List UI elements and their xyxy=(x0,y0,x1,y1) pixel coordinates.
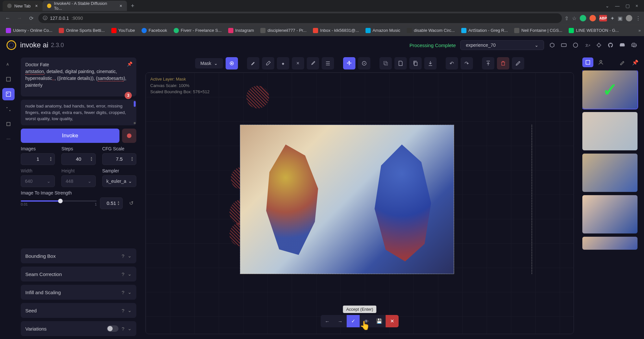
width-select[interactable]: 640⌄ xyxy=(21,175,55,187)
tab-txt2img[interactable]: A xyxy=(2,58,15,70)
canvas-generated-image[interactable] xyxy=(240,125,454,274)
new-tab-button[interactable]: + xyxy=(128,1,137,10)
palette-icon[interactable] xyxy=(572,42,579,49)
url-field[interactable]: ⓘ 127.0.0.1:9090 xyxy=(38,13,562,23)
github-icon[interactable] xyxy=(607,42,614,49)
gallery-user-tab[interactable] xyxy=(595,57,606,67)
share-icon[interactable]: ⇧ xyxy=(564,15,569,21)
bookmark-item[interactable]: LINE WEBTOON - G... xyxy=(566,27,621,34)
staging-discard-button[interactable]: ✕ xyxy=(386,315,399,327)
bookmark-item[interactable]: Inbox - klk56831@... xyxy=(310,27,361,34)
extension-icon[interactable] xyxy=(580,15,586,21)
clear-mask-button[interactable]: × xyxy=(292,57,304,69)
sidepanel-icon[interactable]: ▣ xyxy=(618,15,623,21)
bookmark-item[interactable]: Facebook xyxy=(139,27,170,34)
copy-button[interactable] xyxy=(409,57,422,69)
scrollbar-handle[interactable] xyxy=(134,122,136,124)
tab-nodes[interactable] xyxy=(2,103,15,115)
tab-postprocess[interactable] xyxy=(2,118,15,130)
cancel-button[interactable] xyxy=(122,129,136,143)
steps-input[interactable]: 40▲▼ xyxy=(61,153,95,165)
accordion-seam-correction[interactable]: Seam Correction?⌄ xyxy=(21,267,136,282)
extension-icon[interactable] xyxy=(589,15,596,21)
cfg-input[interactable]: 7.5▲▼ xyxy=(102,153,136,165)
scrollbar[interactable] xyxy=(134,101,136,107)
redo-button[interactable]: ↷ xyxy=(461,57,473,69)
bookmark-item[interactable]: Amazon Music xyxy=(363,27,403,34)
bounding-box-edge[interactable] xyxy=(532,125,532,274)
bookmark-item[interactable]: Fiverr - Freelance S... xyxy=(171,27,224,34)
staging-accept-button[interactable]: ✓ xyxy=(347,315,360,327)
browser-tab-invokeai[interactable]: InvokeAI - A Stable Diffusion To... × xyxy=(43,1,127,11)
eraser-tool[interactable] xyxy=(262,57,274,69)
gallery-thumbnail[interactable]: ✓ xyxy=(582,70,638,109)
bookmark-item[interactable]: Instagram xyxy=(226,27,257,34)
staging-save-button[interactable]: 💾 xyxy=(373,315,386,327)
maximize-icon[interactable]: ▢ xyxy=(625,3,630,8)
discord-icon[interactable] xyxy=(619,42,626,49)
fill-tool[interactable] xyxy=(277,57,289,69)
mask-tool-button[interactable] xyxy=(226,57,238,69)
negative-prompt-input[interactable]: nude bad anatomy, bad hands, text, error… xyxy=(21,100,136,125)
tab-training[interactable] xyxy=(2,133,15,145)
bookmark-item[interactable]: disable Wacom Circ... xyxy=(404,27,457,34)
extensions-icon[interactable]: ✦ xyxy=(610,15,614,21)
browser-tab-newtab[interactable]: New Tab × xyxy=(3,1,43,11)
upload-button[interactable] xyxy=(482,57,494,69)
profile-avatar[interactable] xyxy=(626,15,632,21)
bookmarks-overflow-icon[interactable]: » xyxy=(638,28,641,33)
staging-prev-button[interactable]: ← xyxy=(321,315,334,327)
close-icon[interactable]: × xyxy=(119,3,122,8)
keyboard-icon[interactable] xyxy=(560,42,567,49)
bug-icon[interactable] xyxy=(595,42,602,49)
reset-button[interactable]: ↺ xyxy=(126,198,136,208)
language-icon[interactable]: 文A xyxy=(584,42,591,49)
height-select[interactable]: 448⌄ xyxy=(61,175,95,187)
accordion-infill-scaling[interactable]: Infill and Scaling?⌄ xyxy=(21,285,136,300)
close-window-icon[interactable]: × xyxy=(636,3,638,8)
pin-icon[interactable]: 📌 xyxy=(127,61,132,68)
download-button[interactable] xyxy=(424,57,437,69)
star-icon[interactable]: ☆ xyxy=(572,15,576,21)
accordion-variations[interactable]: Variations?⌄ xyxy=(21,321,136,336)
model-select[interactable]: experience_70 ⌄ xyxy=(460,40,544,50)
reload-button[interactable]: ⟳ xyxy=(27,14,36,23)
menu-icon[interactable]: ⋮ xyxy=(636,15,641,21)
save-to-gallery-button[interactable] xyxy=(394,57,407,69)
gallery-thumbnail[interactable] xyxy=(582,112,638,150)
back-button[interactable]: ← xyxy=(3,14,12,23)
bookmark-item[interactable]: discipleneil777 - Pr... xyxy=(258,27,309,34)
tab-img2img[interactable] xyxy=(2,73,15,85)
chevron-down-icon[interactable]: ⌄ xyxy=(605,3,609,8)
accordion-seed[interactable]: Seed?⌄ xyxy=(21,303,136,318)
gallery-thumbnail[interactable] xyxy=(582,237,638,250)
gear-icon[interactable] xyxy=(630,42,638,49)
bookmark-item[interactable]: Online Sports Betti... xyxy=(56,27,107,34)
i2i-strength-slider[interactable] xyxy=(21,200,97,202)
gallery-settings-button[interactable] xyxy=(617,57,628,67)
gallery-results-tab[interactable] xyxy=(582,57,593,67)
staging-next-button[interactable]: → xyxy=(334,315,347,327)
merge-visible-button[interactable] xyxy=(379,57,392,69)
prompt-input[interactable]: 📌 Doctor Fate artstation, detailed, digi… xyxy=(21,57,136,96)
bookmark-item[interactable]: Udemy - Online Co... xyxy=(3,27,55,34)
i2i-strength-input[interactable]: 0.51▲▼ xyxy=(100,197,123,209)
color-picker-tool[interactable] xyxy=(307,57,319,69)
reset-view-button[interactable] xyxy=(358,57,370,69)
move-tool[interactable] xyxy=(343,57,355,69)
bookmark-item[interactable]: YouTube xyxy=(109,27,138,34)
bookmark-item[interactable]: Neil Fontaine | CGS... xyxy=(512,27,565,34)
cube-icon[interactable] xyxy=(549,42,556,49)
minimize-icon[interactable]: — xyxy=(615,3,620,8)
images-input[interactable]: 1▲▼ xyxy=(21,153,55,165)
gallery-thumbnail[interactable] xyxy=(582,154,638,192)
accordion-bounding-box[interactable]: Bounding Box?⌄ xyxy=(21,248,136,263)
sampler-select[interactable]: k_euler_a⌄ xyxy=(102,175,136,187)
brush-options-button[interactable]: ☰ xyxy=(322,57,334,69)
adblock-icon[interactable]: ABP xyxy=(599,15,607,21)
layer-select[interactable]: Mask⌄ xyxy=(195,58,223,69)
bookmark-item[interactable]: ArtStation - Greg R... xyxy=(459,27,510,34)
canvas-settings-button[interactable] xyxy=(512,57,524,69)
gallery-thumbnail[interactable] xyxy=(582,195,638,233)
gallery-pin-button[interactable]: 📌 xyxy=(630,57,641,67)
